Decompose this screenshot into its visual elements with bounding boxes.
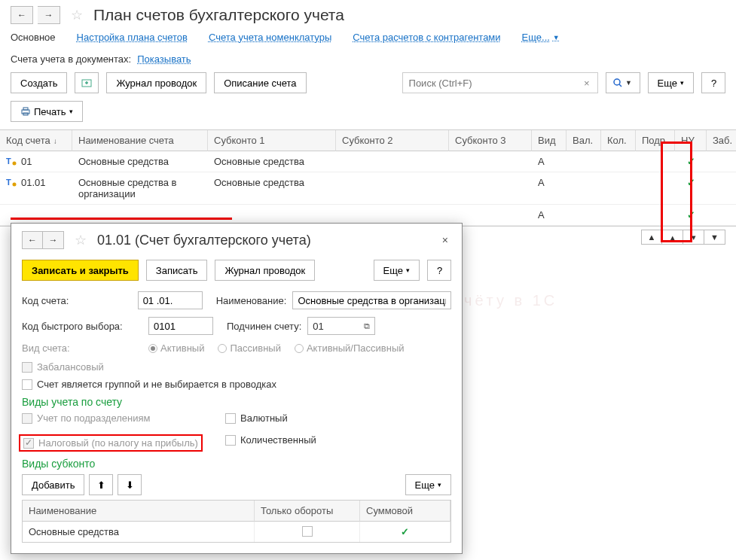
check-icon: ✓ <box>681 209 701 221</box>
save-button[interactable]: Записать <box>146 260 208 281</box>
svg-point-6 <box>13 162 17 166</box>
pager-top-button[interactable]: ▲ <box>641 230 662 245</box>
more-button[interactable]: Еще ▾ <box>648 72 694 93</box>
col-s3[interactable]: Субконто 3 <box>449 130 532 151</box>
nav-forward-button[interactable]: → <box>38 6 60 24</box>
code-input[interactable] <box>138 291 203 309</box>
create-group-button[interactable] <box>75 72 99 93</box>
subconto-table: Наименование Только обороты Суммовой Осн… <box>22 500 451 543</box>
favorite-star-icon[interactable]: ☆ <box>71 7 83 23</box>
radio-ap: Активный/Пассивный <box>295 342 405 354</box>
page-title: План счетов бухгалтерского учета <box>93 6 725 24</box>
search-trigger-button[interactable]: ▼ <box>606 72 640 93</box>
dlg-journal-button[interactable]: Журнал проводок <box>215 260 315 281</box>
col-zab[interactable]: Заб. <box>707 130 736 151</box>
radio-passive: Пассивный <box>218 342 281 354</box>
dlg-close-button[interactable]: × <box>439 231 451 249</box>
filter-label: Счета учета в документах: <box>11 53 131 65</box>
search-input[interactable] <box>408 77 581 90</box>
name-label: Наименование: <box>216 295 287 306</box>
chk-offbalance <box>22 362 32 373</box>
account-dialog: ← → ☆ 01.01 (Счет бухгалтерского учета) … <box>11 223 463 554</box>
col-val[interactable]: Вал. <box>567 130 601 151</box>
help-button[interactable]: ? <box>701 72 725 93</box>
table-row[interactable]: T01 Основные средства Основные средства … <box>0 151 736 172</box>
name-input[interactable] <box>292 291 451 309</box>
col-s1[interactable]: Субконто 1 <box>208 130 336 151</box>
col-name[interactable]: Наименование счета <box>72 130 208 151</box>
describe-button[interactable]: Описание счета <box>214 72 306 93</box>
printer-icon <box>20 106 31 117</box>
dlg-nav-back-button[interactable]: ← <box>22 231 43 249</box>
dlg-more-button[interactable]: Еще ▾ <box>374 260 420 281</box>
watermark-sub: чёту в 1С <box>464 292 557 309</box>
account-icon: T <box>6 156 17 166</box>
kind-label: Вид счета: <box>22 342 142 354</box>
svg-text:T: T <box>6 157 11 166</box>
move-up-button[interactable]: ⬆ <box>89 474 113 495</box>
col-kol[interactable]: Кол. <box>601 130 636 151</box>
pager-down-button[interactable]: ▾ <box>683 230 704 245</box>
sub-col-sum[interactable]: Суммовой <box>360 501 450 522</box>
chk-dept <box>22 413 32 424</box>
chk-turnover[interactable] <box>302 526 313 537</box>
svg-text:T: T <box>6 178 11 187</box>
sub-col-turnover[interactable]: Только обороты <box>255 501 360 522</box>
pager-up-button[interactable]: ▴ <box>662 230 683 245</box>
accounts-grid: Код счета↓ Наименование счета Субконто 1… <box>0 129 736 227</box>
col-podr[interactable]: Подр. <box>636 130 675 151</box>
tab-bar: Основное Настройка плана счетов Счета уч… <box>0 27 736 50</box>
account-icon: T <box>6 177 17 187</box>
parent-label: Подчинен счету: <box>227 321 301 332</box>
svg-point-1 <box>614 79 620 85</box>
filter-value-link[interactable]: Показывать <box>137 53 191 65</box>
parent-input[interactable]: 01 ⧉ <box>307 317 375 335</box>
col-vid[interactable]: Вид <box>532 130 567 151</box>
col-nu[interactable]: НУ <box>675 130 707 151</box>
open-picker-icon[interactable]: ⧉ <box>364 321 370 331</box>
highlight-row-underline <box>11 218 232 220</box>
dlg-star-icon[interactable]: ☆ <box>75 232 87 248</box>
dlg-nav-forward-button[interactable]: → <box>43 231 64 249</box>
check-icon: ✓ <box>366 526 444 537</box>
create-button[interactable]: Создать <box>11 72 67 93</box>
quick-input[interactable] <box>148 317 213 335</box>
folder-plus-icon <box>81 78 92 88</box>
subconto-row[interactable]: Основные средства ✓ <box>23 522 450 542</box>
quick-label: Код быстрого выбора: <box>22 321 142 332</box>
svg-rect-3 <box>23 108 28 110</box>
table-row[interactable]: T01.01 Основные средства в организации О… <box>0 172 736 205</box>
svg-point-8 <box>13 183 17 187</box>
tab-plan-settings[interactable]: Настройка плана счетов <box>77 32 188 43</box>
chk-currency[interactable] <box>225 413 236 424</box>
code-label: Код счета: <box>22 295 132 306</box>
tab-main[interactable]: Основное <box>11 32 56 43</box>
tab-nomenclature[interactable]: Счета учета номенклатуры <box>209 32 331 43</box>
search-box[interactable]: × <box>402 72 598 93</box>
journal-button[interactable]: Журнал проводок <box>106 72 206 93</box>
pager-bottom-button[interactable]: ▼ <box>704 230 725 245</box>
col-code[interactable]: Код счета↓ <box>0 130 72 151</box>
sub-col-name[interactable]: Наименование <box>23 501 255 522</box>
search-clear-icon[interactable]: × <box>581 78 593 89</box>
nav-back-button[interactable]: ← <box>11 6 33 24</box>
chk-qty[interactable] <box>225 435 236 446</box>
highlight-tax-checkbox: Налоговый (по налогу на прибыль) <box>19 434 203 452</box>
check-icon: ✓ <box>681 177 701 188</box>
print-button[interactable]: Печать ▾ <box>11 101 83 122</box>
sub-more-button[interactable]: Еще ▾ <box>405 474 451 495</box>
section-subconto: Виды субконто <box>22 458 451 470</box>
dlg-help-button[interactable]: ? <box>427 260 451 281</box>
dlg-title: 01.01 (Счет бухгалтерского учета) <box>97 233 435 248</box>
chk-group[interactable] <box>22 379 32 390</box>
col-s2[interactable]: Субконто 2 <box>336 130 449 151</box>
check-icon: ✓ <box>681 156 701 167</box>
tab-contragents[interactable]: Счета расчетов с контрагентами <box>353 32 500 43</box>
add-button[interactable]: Добавить <box>22 474 84 495</box>
chk-tax <box>23 438 34 449</box>
tab-more[interactable]: Еще...▼ <box>522 32 560 43</box>
search-icon <box>613 78 622 87</box>
move-down-button[interactable]: ⬇ <box>118 474 142 495</box>
save-close-button[interactable]: Записать и закрыть <box>22 260 139 281</box>
radio-active: Активный <box>148 342 204 354</box>
